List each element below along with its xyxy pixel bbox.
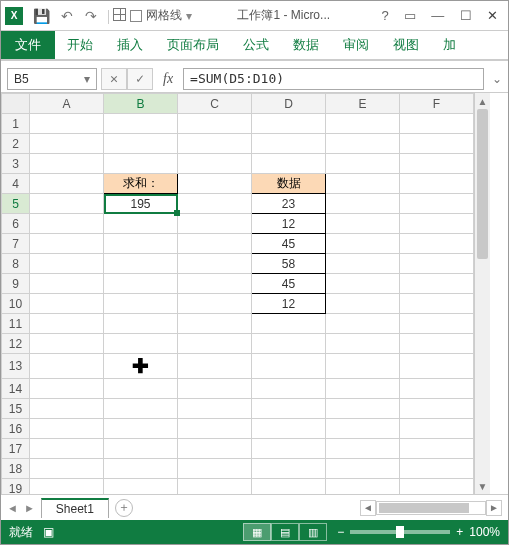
cell-C18[interactable] — [178, 459, 252, 479]
cell-D11[interactable] — [252, 314, 326, 334]
cell-F13[interactable] — [400, 354, 474, 379]
row-header-15[interactable]: 15 — [2, 399, 30, 419]
cell-A3[interactable] — [30, 154, 104, 174]
cell-D16[interactable] — [252, 419, 326, 439]
row-header-2[interactable]: 2 — [2, 134, 30, 154]
col-header-B[interactable]: B — [104, 94, 178, 114]
cell-F1[interactable] — [400, 114, 474, 134]
col-header-F[interactable]: F — [400, 94, 474, 114]
row-header-11[interactable]: 11 — [2, 314, 30, 334]
cell-E16[interactable] — [326, 419, 400, 439]
add-sheet-button[interactable]: ＋ — [115, 499, 133, 517]
cell-F2[interactable] — [400, 134, 474, 154]
cell-C17[interactable] — [178, 439, 252, 459]
cell-A6[interactable] — [30, 214, 104, 234]
cell-F3[interactable] — [400, 154, 474, 174]
cell-D8[interactable]: 58 — [252, 254, 326, 274]
name-box[interactable]: B5 ▾ — [7, 68, 97, 90]
cell-D6[interactable]: 12 — [252, 214, 326, 234]
row-header-7[interactable]: 7 — [2, 234, 30, 254]
tab-formulas[interactable]: 公式 — [231, 31, 281, 59]
enter-formula-button[interactable]: ✓ — [127, 68, 153, 90]
save-icon[interactable]: 💾 — [29, 8, 54, 24]
cell-B6[interactable] — [104, 214, 178, 234]
cell-D3[interactable] — [252, 154, 326, 174]
cell-D10[interactable]: 12 — [252, 294, 326, 314]
cell-A9[interactable] — [30, 274, 104, 294]
cell-D5[interactable]: 23 — [252, 194, 326, 214]
expand-formula-bar-icon[interactable]: ⌄ — [488, 72, 502, 86]
cell-B10[interactable] — [104, 294, 178, 314]
row-header-9[interactable]: 9 — [2, 274, 30, 294]
cell-F17[interactable] — [400, 439, 474, 459]
cell-C12[interactable] — [178, 334, 252, 354]
cell-B7[interactable] — [104, 234, 178, 254]
cell-E10[interactable] — [326, 294, 400, 314]
cell-B12[interactable] — [104, 334, 178, 354]
sheet-nav-prev-icon[interactable]: ◄ — [7, 502, 18, 514]
cell-C19[interactable] — [178, 479, 252, 495]
cell-F4[interactable] — [400, 174, 474, 194]
cell-C15[interactable] — [178, 399, 252, 419]
cell-A5[interactable] — [30, 194, 104, 214]
sheet-tab-active[interactable]: Sheet1 — [41, 498, 109, 518]
chevron-down-icon[interactable]: ▾ — [84, 72, 90, 86]
cell-A8[interactable] — [30, 254, 104, 274]
zoom-level[interactable]: 100% — [469, 525, 500, 539]
tab-page-layout[interactable]: 页面布局 — [155, 31, 231, 59]
cell-C14[interactable] — [178, 379, 252, 399]
cell-A1[interactable] — [30, 114, 104, 134]
cell-F14[interactable] — [400, 379, 474, 399]
cell-D19[interactable] — [252, 479, 326, 495]
cell-D7[interactable]: 45 — [252, 234, 326, 254]
page-layout-view-button[interactable]: ▤ — [271, 523, 299, 541]
cell-B2[interactable] — [104, 134, 178, 154]
tab-addins[interactable]: 加 — [431, 31, 468, 59]
cell-F9[interactable] — [400, 274, 474, 294]
row-header-6[interactable]: 6 — [2, 214, 30, 234]
row-header-19[interactable]: 19 — [2, 479, 30, 495]
cell-B8[interactable] — [104, 254, 178, 274]
cell-B14[interactable] — [104, 379, 178, 399]
ribbon-display-icon[interactable]: ▭ — [398, 8, 422, 23]
grid-toggle-icon[interactable] — [113, 8, 126, 21]
cell-E18[interactable] — [326, 459, 400, 479]
cell-D18[interactable] — [252, 459, 326, 479]
col-header-A[interactable]: A — [30, 94, 104, 114]
cell-D2[interactable] — [252, 134, 326, 154]
cell-B11[interactable] — [104, 314, 178, 334]
tab-view[interactable]: 视图 — [381, 31, 431, 59]
cell-C1[interactable] — [178, 114, 252, 134]
cell-C8[interactable] — [178, 254, 252, 274]
fx-icon[interactable]: fx — [157, 71, 179, 87]
cell-F7[interactable] — [400, 234, 474, 254]
cell-B4[interactable]: 求和： — [104, 174, 178, 194]
cell-C7[interactable] — [178, 234, 252, 254]
zoom-slider[interactable] — [350, 530, 450, 534]
cell-C5[interactable] — [178, 194, 252, 214]
cell-D17[interactable] — [252, 439, 326, 459]
cell-A17[interactable] — [30, 439, 104, 459]
cell-C16[interactable] — [178, 419, 252, 439]
cell-F11[interactable] — [400, 314, 474, 334]
cell-E1[interactable] — [326, 114, 400, 134]
help-icon[interactable]: ? — [375, 8, 394, 23]
col-header-E[interactable]: E — [326, 94, 400, 114]
cell-F10[interactable] — [400, 294, 474, 314]
row-header-8[interactable]: 8 — [2, 254, 30, 274]
cell-E3[interactable] — [326, 154, 400, 174]
horizontal-scrollbar[interactable]: ◄ ► — [360, 500, 502, 516]
cell-E14[interactable] — [326, 379, 400, 399]
cell-E9[interactable] — [326, 274, 400, 294]
cell-F6[interactable] — [400, 214, 474, 234]
cell-D14[interactable] — [252, 379, 326, 399]
cell-A12[interactable] — [30, 334, 104, 354]
zoom-knob[interactable] — [396, 526, 404, 538]
row-header-14[interactable]: 14 — [2, 379, 30, 399]
cell-C10[interactable] — [178, 294, 252, 314]
cell-C13[interactable] — [178, 354, 252, 379]
cell-E12[interactable] — [326, 334, 400, 354]
vertical-scrollbar[interactable]: ▲ ▼ — [474, 93, 490, 494]
cell-C3[interactable] — [178, 154, 252, 174]
cell-F5[interactable] — [400, 194, 474, 214]
